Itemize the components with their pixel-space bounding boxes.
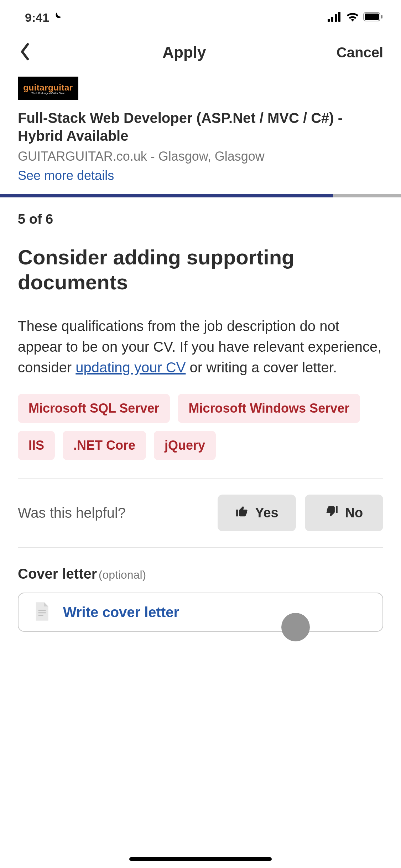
cover-letter-optional: (optional) (99, 568, 146, 581)
cover-letter-heading: Cover letter (18, 566, 97, 582)
page-heading: Consider adding supporting documents (18, 245, 383, 294)
feedback-row: Was this helpful? Yes No (18, 479, 383, 547)
skill-chip: Microsoft Windows Server (178, 394, 360, 423)
page-title: Apply (162, 43, 206, 61)
skill-chip: .NET Core (63, 431, 146, 460)
thumbs-down-icon (325, 505, 339, 521)
feedback-no-label: No (345, 505, 363, 521)
svg-rect-5 (365, 14, 379, 20)
wifi-icon (346, 11, 359, 25)
write-cover-letter-button[interactable]: Write cover letter (18, 593, 383, 632)
progress-bar (0, 194, 401, 197)
status-left: 9:41 (25, 11, 63, 25)
feedback-buttons: Yes No (218, 495, 383, 531)
see-more-details-link[interactable]: See more details (18, 168, 383, 183)
cancel-button[interactable]: Cancel (337, 45, 383, 61)
svg-rect-1 (331, 17, 333, 22)
nav-header: Apply Cancel (0, 32, 401, 77)
description-after: or writing a cover letter. (186, 360, 337, 375)
logo-text: guitarguitar (23, 83, 73, 93)
back-button[interactable] (18, 42, 32, 62)
document-icon (33, 601, 51, 623)
job-company-location: GUITARGUITAR.co.uk - Glasgow, Glasgow (18, 149, 383, 164)
cover-letter-section: Cover letter (optional) Write cover lett… (0, 566, 401, 632)
svg-rect-3 (338, 12, 340, 22)
status-bar: 9:41 (0, 0, 401, 32)
main-content: 5 of 6 Consider adding supporting docume… (0, 197, 401, 548)
svg-rect-8 (38, 613, 46, 614)
skill-chip: jQuery (154, 431, 216, 460)
job-title: Full-Stack Web Developer (ASP.Net / MVC … (18, 109, 383, 145)
cellular-icon (328, 11, 342, 25)
status-right (328, 11, 383, 25)
battery-icon (363, 11, 383, 25)
feedback-no-button[interactable]: No (305, 495, 383, 531)
logo-tagline: The UK's Largest Guitar Store (31, 92, 65, 94)
feedback-yes-button[interactable]: Yes (218, 495, 296, 531)
feedback-label: Was this helpful? (18, 505, 126, 521)
svg-rect-2 (335, 14, 337, 22)
skill-chips: Microsoft SQL ServerMicrosoft Windows Se… (18, 394, 383, 460)
divider (18, 547, 383, 548)
skill-chip: Microsoft SQL Server (18, 394, 170, 423)
company-logo: guitarguitar The UK's Largest Guitar Sto… (18, 77, 78, 100)
moon-icon (52, 11, 63, 25)
skill-chip: IIS (18, 431, 55, 460)
thumbs-up-icon (235, 505, 249, 521)
svg-rect-6 (381, 15, 382, 19)
progress-fill (0, 194, 333, 197)
touch-indicator (281, 613, 310, 641)
svg-rect-7 (38, 610, 46, 611)
description-text: These qualifications from the job descri… (18, 316, 383, 378)
svg-rect-0 (328, 19, 330, 22)
update-cv-link[interactable]: updating your CV (75, 360, 186, 375)
job-summary: guitarguitar The UK's Largest Guitar Sto… (0, 77, 401, 194)
write-cover-letter-label: Write cover letter (63, 604, 179, 620)
status-time: 9:41 (25, 11, 49, 25)
svg-rect-9 (38, 615, 43, 616)
step-indicator: 5 of 6 (18, 212, 383, 227)
feedback-yes-label: Yes (255, 505, 278, 521)
home-indicator[interactable] (129, 857, 272, 861)
